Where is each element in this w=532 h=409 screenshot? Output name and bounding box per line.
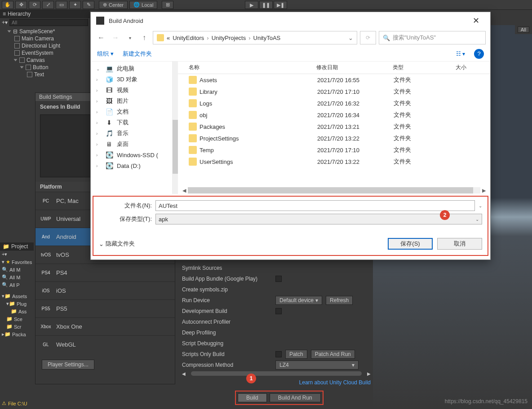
custom-tool-icon[interactable]: ✎ [83, 1, 94, 9]
sidebar-item[interactable]: ›💽Windows-SSD ( [91, 150, 172, 160]
project-item[interactable]: 📁Sce [0, 315, 34, 323]
chevron-down-icon[interactable]: ⌄ [479, 203, 482, 208]
new-folder-button[interactable]: 新建文件夹 [123, 50, 152, 58]
button-item[interactable]: Button [0, 64, 90, 71]
project-item[interactable]: 🔍All M [0, 266, 34, 273]
text-item[interactable]: Text [0, 71, 90, 78]
layers-dropdown[interactable]: All [518, 26, 529, 33]
close-button[interactable]: ✕ [467, 16, 485, 26]
play-button[interactable]: ▶ [245, 1, 258, 9]
rect-tool-icon[interactable]: ▭ [56, 1, 67, 9]
file-row[interactable]: Assets2021/7/20 16:55文件夹 [178, 74, 490, 86]
file-row[interactable]: Logs2021/7/20 16:32文件夹 [178, 97, 490, 109]
filetype-dropdown[interactable]: apk⌄ [155, 214, 482, 224]
hide-folders-toggle[interactable]: ⌄隐藏文件夹 [99, 240, 135, 248]
sidebar-item[interactable]: ›⬇下载 [91, 117, 172, 128]
gameobject-item[interactable]: EventSystem [0, 49, 90, 57]
sidebar-item[interactable]: ›🖼图片 [91, 96, 172, 106]
packages-folder[interactable]: ▸📁Packa [0, 330, 34, 338]
file-row[interactable]: Packages2021/7/20 13:21文件夹 [178, 121, 490, 132]
checkbox[interactable] [275, 351, 282, 357]
hierarchy-search-input[interactable] [9, 19, 88, 26]
console-status[interactable]: ⚠File C:\U [2, 400, 27, 406]
step-button[interactable]: ▶❚ [274, 1, 287, 9]
gameobject-item[interactable]: Directional Light [0, 42, 90, 49]
run-device-dropdown[interactable]: Default device ▾ [275, 296, 322, 305]
project-item[interactable]: 🔍All P [0, 281, 34, 289]
refresh-button[interactable]: ⟳ [360, 31, 376, 44]
help-button[interactable]: ? [474, 49, 484, 59]
pivot-center-button[interactable]: ⊕ Center [99, 1, 128, 9]
location-icon: 🎵 [105, 129, 113, 137]
watermark: https://blog.csdn.net/qq_45429815 [445, 398, 528, 405]
canvas-item[interactable]: Canvas [0, 57, 90, 64]
sidebar-scrollbar[interactable] [173, 62, 178, 194]
checkbox[interactable] [275, 276, 282, 282]
save-button[interactable]: 保存(S) [388, 238, 433, 250]
project-item[interactable]: 🔍All M [0, 273, 34, 281]
chevron-down-icon[interactable]: ⌄ [348, 35, 353, 41]
add-dropdown[interactable]: +▾ [2, 19, 8, 26]
nav-recent-button[interactable]: ▾ [124, 32, 136, 44]
patch-button[interactable]: Patch [285, 350, 307, 359]
file-list-scrollbar[interactable]: ◀▶ [178, 187, 490, 194]
platform-xbox-one[interactable]: XboxXbox One [35, 317, 175, 335]
file-list-header[interactable]: 名称 修改日期 类型 大小 [178, 62, 490, 74]
folder-icon [189, 76, 197, 84]
assets-folder[interactable]: ▾📁Assets [0, 292, 34, 300]
scale-tool-icon[interactable]: ⤢ [42, 1, 54, 9]
platform-ps5[interactable]: PS5PS5 [35, 299, 175, 317]
refresh-button[interactable]: Refresh [326, 296, 353, 305]
build-and-run-button[interactable]: Build And Run [270, 393, 321, 402]
checkbox[interactable] [275, 308, 282, 314]
sidebar-item[interactable]: ›🎵音乐 [91, 128, 172, 139]
scene-item[interactable]: ⊟SampleScene* [0, 28, 90, 35]
sidebar-item[interactable]: ›🧊3D 对象 [91, 74, 172, 85]
search-input[interactable]: 🔍搜索"UnityToAS" [379, 31, 486, 44]
view-options-button[interactable]: ☷ ▾ [456, 51, 465, 57]
local-global-button[interactable]: 🌐 Local [129, 1, 157, 9]
organize-dropdown[interactable]: 组织 ▾ [97, 50, 114, 58]
breadcrumb[interactable]: « UnityEditors› UnityProjects› UnityToAS… [153, 31, 357, 44]
cancel-button[interactable]: 取消 [437, 238, 482, 250]
project-item[interactable]: 📁Scr [0, 323, 34, 330]
nav-up-button[interactable]: ↑ [138, 32, 150, 44]
filename-input[interactable] [155, 200, 475, 211]
location-icon: 🖥 [105, 140, 113, 148]
hierarchy-tab[interactable]: ≡Hierarchy [0, 10, 90, 18]
snap-button[interactable]: ⊞ [162, 1, 173, 9]
pause-button[interactable]: ❚❚ [259, 1, 273, 9]
player-settings-button[interactable]: Player Settings... [42, 360, 94, 369]
platform-ios[interactable]: iOSiOS [35, 281, 175, 299]
nav-forward-button[interactable]: → [110, 32, 121, 44]
patch-run-button[interactable]: Patch And Run [311, 350, 355, 359]
add-dropdown[interactable]: +▾ [0, 251, 34, 258]
hand-tool-icon[interactable]: ✋ [2, 1, 13, 9]
platform-webgl[interactable]: GLWebGL [35, 335, 175, 353]
file-row[interactable]: UserSettings2021/7/20 13:22文件夹 [178, 156, 490, 167]
sidebar-item[interactable]: ›🖥桌面 [91, 139, 172, 150]
file-row[interactable]: Library2021/7/20 17:10文件夹 [178, 86, 490, 97]
folder-icon [189, 158, 197, 166]
file-row[interactable]: obj2021/7/20 16:34文件夹 [178, 109, 490, 121]
sidebar-item[interactable]: ⌄💻此电脑 [91, 63, 172, 74]
build-button[interactable]: Build [238, 393, 267, 402]
project-tab[interactable]: 📁Project [0, 242, 34, 251]
compression-dropdown[interactable]: LZ4▾ [275, 361, 359, 369]
filetype-label: 保存类型(T): [99, 215, 152, 223]
sidebar-item[interactable]: ›🎞视频 [91, 85, 172, 96]
gameobject-item[interactable]: Main Camera [0, 35, 90, 42]
cloud-build-link[interactable]: Learn about Unity Cloud Build [182, 379, 371, 386]
sidebar-item[interactable]: ›📄文档 [91, 106, 172, 117]
move-tool-icon[interactable]: ✥ [15, 1, 27, 9]
platform-ps4[interactable]: PS4PS4 [35, 264, 175, 281]
sidebar-item[interactable]: ›💽Data (D:) [91, 160, 172, 171]
nav-back-button[interactable]: ← [95, 32, 107, 44]
favorites-label[interactable]: ▾★Favorites [0, 258, 34, 266]
file-row[interactable]: Temp2021/7/20 17:10文件夹 [178, 144, 490, 156]
plugins-folder[interactable]: ▾📁Plug [0, 300, 34, 308]
project-item[interactable]: 📁Ass [0, 308, 34, 315]
transform-tool-icon[interactable]: ✦ [69, 1, 81, 9]
rotate-tool-icon[interactable]: ⟳ [29, 1, 40, 9]
file-row[interactable]: ProjectSettings2021/7/20 13:22文件夹 [178, 132, 490, 144]
